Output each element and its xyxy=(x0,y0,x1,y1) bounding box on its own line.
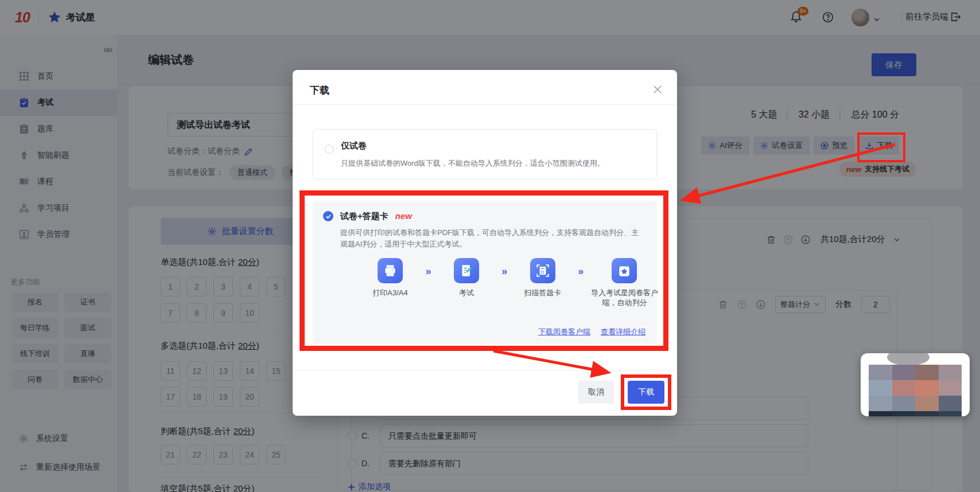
printer-icon xyxy=(378,258,403,283)
step-chevron-icon: » xyxy=(421,258,436,307)
paper-answer-sheet-desc: 提供可供打印的试卷和答题卡PDF版下载，可自动导入系统判分，支持客观题自动判分、… xyxy=(340,227,640,250)
scan-answer-sheet-icon xyxy=(530,258,555,283)
paper-only-title: 仅试卷 xyxy=(341,140,367,151)
step-label: 考试 xyxy=(436,288,497,298)
download-client-link[interactable]: 下载阅卷客户端 xyxy=(538,327,590,337)
option-paper-answer-sheet-card[interactable]: 试卷+答题卡 new 提供可供打印的试卷和答题卡PDF版下载，可自动导入系统判分… xyxy=(313,201,657,344)
step-scan: 扫描答题卡 xyxy=(512,258,573,307)
paper-answer-sheet-radio-checked[interactable] xyxy=(323,211,333,221)
paper-only-desc: 只提供基础试卷的Word版下载，不能自动导入系统判分，适合小范围测试使用。 xyxy=(341,158,605,169)
step-chevron-icon: » xyxy=(573,258,589,307)
mosaic-pixels xyxy=(869,365,962,416)
step-chevron-icon: » xyxy=(497,258,512,307)
step-import-client: 导入考试星阅卷客户端，自动判分 xyxy=(589,258,660,307)
sticker-blob xyxy=(887,353,930,366)
view-details-link[interactable]: 查看详细介绍 xyxy=(601,327,645,337)
step-label: 导入考试星阅卷客户端，自动判分 xyxy=(589,288,660,307)
close-icon[interactable] xyxy=(653,85,662,94)
paper-answer-sheet-title: 试卷+答题卡 xyxy=(340,211,388,222)
modal-title: 下载 xyxy=(310,84,329,97)
divider xyxy=(293,104,677,105)
paper-only-radio[interactable] xyxy=(325,145,334,154)
confirm-download-button[interactable]: 下载 xyxy=(628,381,664,404)
workflow-steps: 打印A3/A4 » 考试 » 扫描答题卡 » xyxy=(360,258,660,307)
divider xyxy=(293,370,677,370)
app-window: 10 考试星 9+ 前往学员端 «« 首页 xyxy=(0,0,980,492)
step-exam: 考试 xyxy=(436,258,497,307)
download-modal: 下载 仅试卷 只提供基础试卷的Word版下载，不能自动导入系统判分，适合小范围测… xyxy=(293,70,677,416)
cancel-button[interactable]: 取消 xyxy=(578,381,614,404)
step-print: 打印A3/A4 xyxy=(360,258,421,307)
new-label: new xyxy=(395,211,412,221)
step-label: 打印A3/A4 xyxy=(360,288,421,298)
option-paper-only-card[interactable]: 仅试卷 只提供基础试卷的Word版下载，不能自动导入系统判分，适合小范围测试使用… xyxy=(313,129,657,179)
pixelated-sticker xyxy=(861,353,970,416)
step-label: 扫描答题卡 xyxy=(512,288,573,298)
exam-paper-icon xyxy=(454,258,479,283)
grading-client-app-icon xyxy=(612,258,637,283)
